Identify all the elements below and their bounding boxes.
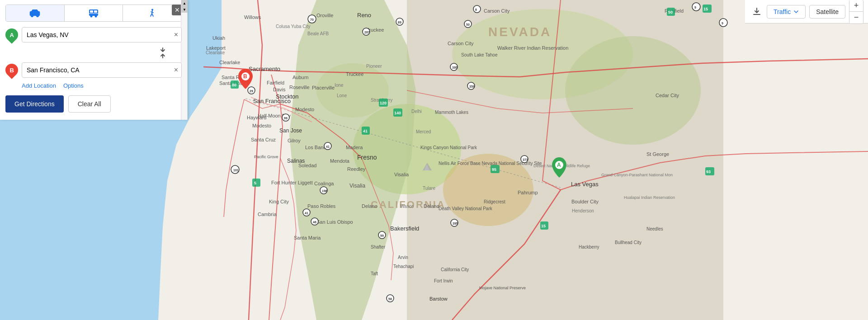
clear-all-button[interactable]: Clear All <box>68 95 111 113</box>
satellite-button[interactable]: Satellite <box>809 5 845 19</box>
tab-transit[interactable] <box>65 5 123 21</box>
svg-text:Boulder City: Boulder City <box>571 199 599 204</box>
marker-a-label: A <box>9 32 14 38</box>
svg-point-143 <box>692 3 700 11</box>
svg-point-151 <box>473 5 481 13</box>
scroll-down-button[interactable]: ▼ <box>181 6 188 13</box>
traffic-label: Traffic <box>774 8 791 15</box>
svg-text:Visalia: Visalia <box>394 172 409 177</box>
zoom-out-button[interactable]: − <box>849 12 863 24</box>
svg-rect-169 <box>94 10 97 13</box>
svg-text:Pacific Grove: Pacific Grove <box>254 155 278 159</box>
svg-text:San Luis Obispo: San Luis Obispo <box>316 219 353 225</box>
svg-text:41: 41 <box>363 129 368 133</box>
swap-directions-button[interactable] <box>158 47 167 59</box>
close-icon: ✕ <box>175 6 180 14</box>
traffic-button[interactable]: Traffic <box>767 5 806 19</box>
svg-text:373: 373 <box>523 158 528 161</box>
location-input-b[interactable] <box>22 62 182 78</box>
input-row-a: A × <box>5 27 182 42</box>
svg-text:Clearlake: Clearlake <box>206 50 225 55</box>
svg-text:San Jose: San Jose <box>279 127 302 134</box>
svg-text:395: 395 <box>452 66 458 69</box>
clear-input-a-button[interactable]: × <box>174 31 178 38</box>
svg-text:46: 46 <box>313 221 316 224</box>
svg-text:Carson City: Carson City <box>484 8 510 14</box>
svg-text:Shafter: Shafter <box>371 245 386 249</box>
svg-text:15: 15 <box>541 224 546 228</box>
svg-text:Mojave National Preserve: Mojave National Preserve <box>479 286 526 290</box>
svg-text:Clearlake: Clearlake <box>219 60 240 65</box>
svg-text:Taft: Taft <box>371 271 378 276</box>
download-button[interactable] <box>750 5 764 19</box>
svg-text:Reno: Reno <box>357 12 371 19</box>
svg-text:99: 99 <box>380 234 384 237</box>
svg-text:Pahrump: Pahrump <box>518 190 538 195</box>
svg-text:Modesto: Modesto <box>295 107 314 112</box>
svg-text:267: 267 <box>364 31 370 34</box>
svg-point-145 <box>719 19 727 27</box>
svg-text:50: 50 <box>668 10 673 14</box>
svg-text:Pioneer: Pioneer <box>366 64 382 69</box>
svg-text:140: 140 <box>394 111 401 115</box>
svg-text:Arvin: Arvin <box>398 255 408 260</box>
svg-text:Tehachapi: Tehachapi <box>393 264 414 269</box>
svg-text:Fort Hunter Liggett: Fort Hunter Liggett <box>271 180 313 185</box>
svg-text:Delano: Delano <box>362 203 377 209</box>
svg-text:Cedar City: Cedar City <box>656 93 679 98</box>
svg-text:B: B <box>243 73 247 80</box>
svg-text:9: 9 <box>722 22 723 25</box>
location-input-a[interactable] <box>22 27 182 42</box>
svg-point-3 <box>565 36 701 145</box>
svg-text:California City: California City <box>441 267 469 272</box>
svg-text:Davis: Davis <box>273 87 286 92</box>
svg-text:Carson City: Carson City <box>448 41 474 46</box>
clear-input-b-button[interactable]: × <box>174 66 178 74</box>
tab-car[interactable] <box>6 5 65 21</box>
svg-text:Willows: Willows <box>244 14 261 20</box>
svg-text:Needles: Needles <box>646 226 663 231</box>
svg-text:Tulare: Tulare <box>423 186 435 191</box>
svg-text:Roseville: Roseville <box>289 85 310 90</box>
walk-icon <box>146 9 159 18</box>
svg-text:Las Vegas: Las Vegas <box>571 181 599 188</box>
svg-text:Placerville: Placerville <box>312 85 335 90</box>
svg-text:Mendota: Mendota <box>330 158 350 164</box>
svg-text:Reedley: Reedley <box>347 166 366 172</box>
svg-text:Coalinga: Coalinga <box>314 181 334 186</box>
svg-text:Truckee: Truckee <box>346 71 363 77</box>
svg-text:359: 359 <box>469 85 475 88</box>
svg-text:Colusa Yuba City: Colusa Yuba City <box>276 24 311 29</box>
svg-text:St George: St George <box>646 151 669 157</box>
svg-text:101: 101 <box>233 169 239 172</box>
svg-text:Gilroy: Gilroy <box>288 138 301 143</box>
zoom-controls: + − <box>849 0 863 24</box>
svg-text:58: 58 <box>388 297 392 301</box>
svg-text:Fairfield: Fairfield <box>267 80 284 85</box>
svg-text:Cambria: Cambria <box>258 212 277 217</box>
svg-text:Hualapai Indian Reservation: Hualapai Indian Reservation <box>624 195 675 200</box>
svg-text:198: 198 <box>322 189 327 193</box>
svg-text:Fresno: Fresno <box>357 154 377 161</box>
svg-text:Barstow: Barstow <box>429 296 448 301</box>
options-button[interactable]: Options <box>63 82 84 89</box>
add-location-button[interactable]: Add Location <box>22 82 56 89</box>
svg-text:Walker River Indian Reservatio: Walker River Indian Reservation <box>497 45 568 51</box>
svg-text:70: 70 <box>310 18 314 21</box>
scroll-up-button[interactable]: ▲ <box>181 0 188 6</box>
svg-text:Bakersfield: Bakersfield <box>390 225 419 232</box>
input-row-b: B × <box>5 62 182 78</box>
svg-text:Fort Irwin: Fort Irwin <box>434 278 453 283</box>
svg-text:Death Valley National Park: Death Valley National Park <box>439 206 493 211</box>
chevron-down-icon <box>793 9 799 14</box>
svg-text:Delano: Delano <box>424 203 439 209</box>
svg-text:Ridgecrest: Ridgecrest <box>484 199 505 204</box>
svg-text:Lone: Lone <box>337 93 347 98</box>
scroll-bar[interactable]: ▲ ▼ <box>181 0 187 120</box>
zoom-in-button[interactable]: + <box>849 0 863 12</box>
svg-point-170 <box>90 15 93 18</box>
get-directions-button[interactable]: Get Directions <box>5 95 64 113</box>
svg-text:Paso Robles: Paso Robles <box>307 203 336 209</box>
svg-text:Kings Canyon National Park: Kings Canyon National Park <box>420 145 477 150</box>
svg-text:99: 99 <box>284 117 288 120</box>
